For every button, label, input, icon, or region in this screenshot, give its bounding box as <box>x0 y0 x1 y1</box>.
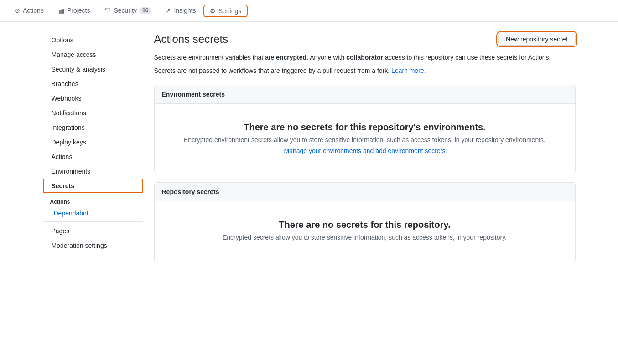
top-nav: ⊙ Actions ▦ Projects 🛡 Security 16 ↗ Ins… <box>0 0 618 22</box>
env-secrets-empty-title: There are no secrets for this repository… <box>162 122 568 133</box>
sidebar-item-moderation-settings[interactable]: Moderation settings <box>43 238 143 253</box>
new-repository-secret-button[interactable]: New repository secret <box>498 33 575 46</box>
security-icon: 🛡 <box>105 7 111 14</box>
sidebar-item-options[interactable]: Options <box>43 33 143 47</box>
sidebar-item-branches[interactable]: Branches <box>43 77 143 91</box>
desc-pre2: Secrets are not passed to workflows that… <box>154 67 392 74</box>
sidebar-item-notifications[interactable]: Notifications <box>43 106 143 120</box>
desc-post1: access to this repository can use these … <box>383 54 550 61</box>
sidebar-item-manage-access[interactable]: Manage access <box>43 47 143 62</box>
sidebar-divider <box>43 221 143 222</box>
repo-secrets-empty-desc: Encrypted secrets allow you to store sen… <box>162 234 568 241</box>
sidebar-item-security-analysis[interactable]: Security & analysis <box>43 62 143 77</box>
desc-bold1: encrypted <box>276 54 306 61</box>
env-secrets-empty-desc: Encrypted environment secrets allow you … <box>162 136 568 144</box>
manage-environments-link[interactable]: Manage your environments and add environ… <box>284 147 445 154</box>
sidebar-item-pages[interactable]: Pages <box>43 224 143 238</box>
env-secrets-header: Environment secrets <box>155 85 575 104</box>
sidebar-sub-item-dependabot[interactable]: Dependabot <box>43 207 143 220</box>
desc-pre1: Secrets are environment variables that a… <box>154 54 276 61</box>
desc-mid1: . Anyone with <box>306 54 346 61</box>
actions-section-label: Actions <box>43 193 143 207</box>
sidebar: Options Manage access Security & analysi… <box>43 33 143 263</box>
repo-secrets-body: There are no secrets for this repository… <box>155 201 575 263</box>
sidebar-item-environments[interactable]: Environments <box>43 164 143 179</box>
environment-secrets-box: Environment secrets There are no secrets… <box>154 85 576 173</box>
nav-settings[interactable]: ⚙ Settings <box>203 5 248 17</box>
actions-icon: ⊙ <box>15 7 20 14</box>
main-header: Actions secrets New repository secret <box>154 33 576 46</box>
nav-actions[interactable]: ⊙ Actions <box>7 0 51 22</box>
repo-secrets-empty-title: There are no secrets for this repository… <box>162 220 568 230</box>
main-content: Actions secrets New repository secret Se… <box>154 33 576 263</box>
sidebar-item-webhooks[interactable]: Webhooks <box>43 91 143 106</box>
learn-more-link[interactable]: Learn more <box>391 67 424 74</box>
settings-icon: ⚙ <box>210 7 216 15</box>
sidebar-item-secrets[interactable]: Secrets <box>43 179 143 193</box>
description-line1: Secrets are environment variables that a… <box>154 53 576 62</box>
desc-bold2: collaborator <box>346 54 383 61</box>
env-secrets-body: There are no secrets for this repository… <box>155 104 575 173</box>
description-line2: Secrets are not passed to workflows that… <box>154 66 576 76</box>
page-layout: Options Manage access Security & analysi… <box>36 22 583 274</box>
nav-projects[interactable]: ▦ Projects <box>51 0 98 22</box>
projects-icon: ▦ <box>58 7 64 14</box>
insights-icon: ↗ <box>166 7 171 14</box>
nav-security[interactable]: 🛡 Security 16 <box>98 0 159 22</box>
page-title: Actions secrets <box>154 33 229 46</box>
nav-insights[interactable]: ↗ Insights <box>158 0 203 22</box>
sidebar-item-actions[interactable]: Actions <box>43 149 143 164</box>
repository-secrets-box: Repository secrets There are no secrets … <box>154 182 576 263</box>
repo-secrets-header: Repository secrets <box>155 183 575 201</box>
security-badge: 16 <box>140 7 151 14</box>
sidebar-item-integrations[interactable]: Integrations <box>43 120 143 135</box>
sidebar-item-deploy-keys[interactable]: Deploy keys <box>43 135 143 149</box>
